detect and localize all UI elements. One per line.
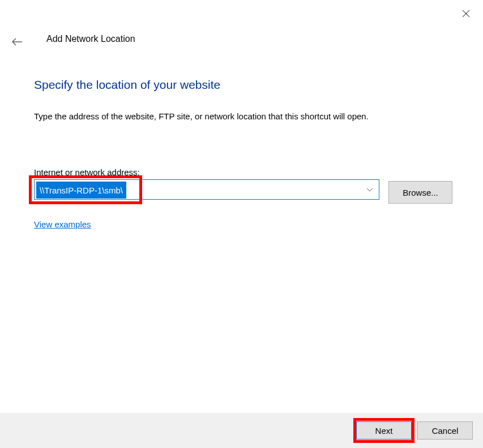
- next-button[interactable]: Next: [356, 421, 412, 440]
- page-heading: Specify the location of your website: [34, 78, 220, 92]
- address-combobox[interactable]: \\TransIP-RDP-1\smb\: [34, 179, 379, 200]
- address-input-value: \\TransIP-RDP-1\smb\: [36, 182, 126, 199]
- back-button[interactable]: [10, 35, 24, 49]
- back-arrow-icon: [11, 37, 23, 46]
- close-icon: [462, 10, 470, 18]
- address-input-label: Internet or network address:: [34, 167, 140, 177]
- cancel-button[interactable]: Cancel: [417, 421, 473, 440]
- chevron-down-icon[interactable]: [366, 185, 373, 194]
- wizard-footer: Next Cancel: [0, 413, 483, 448]
- view-examples-link[interactable]: View examples: [34, 219, 91, 229]
- page-description: Type the address of the website, FTP sit…: [34, 111, 369, 121]
- browse-button[interactable]: Browse...: [388, 181, 452, 204]
- close-button[interactable]: [459, 7, 473, 20]
- wizard-title: Add Network Location: [46, 34, 135, 44]
